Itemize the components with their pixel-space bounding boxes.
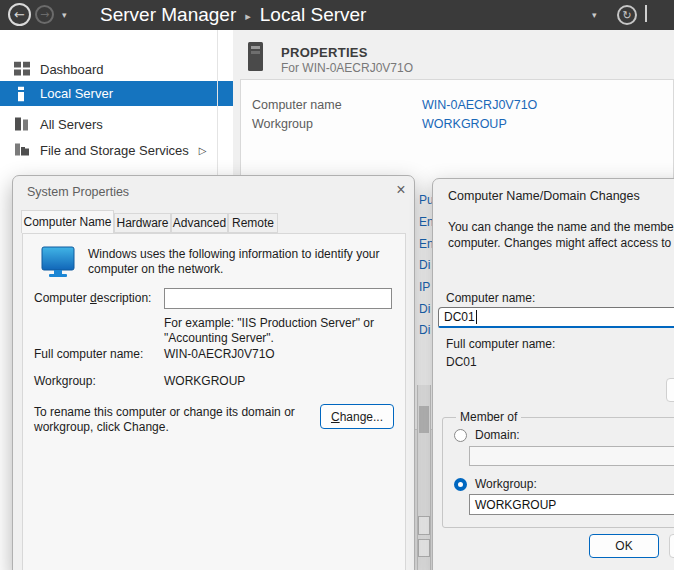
intro-text: Windows uses the following information t…	[88, 247, 393, 277]
back-arrow-icon: ←	[14, 7, 25, 22]
refresh-button[interactable]: ↻	[617, 5, 637, 25]
servers-icon	[14, 117, 30, 132]
tab-advanced[interactable]: Advanced	[171, 213, 228, 233]
dialog-body-text: You can change the name and the membersh…	[448, 219, 674, 251]
workgroup-input[interactable]: WORKGROUP	[469, 494, 674, 515]
properties-heading: PROPERTIES	[281, 45, 368, 60]
text-cursor	[476, 310, 477, 324]
breadcrumb-section[interactable]: Local Server	[260, 4, 367, 26]
member-of-group: Member of Domain: Workgroup: WORKGROUP	[442, 417, 674, 528]
back-button[interactable]: ←	[8, 3, 31, 26]
sidebar-item-dashboard[interactable]: Dashboard	[0, 57, 233, 81]
background-scrollbar	[417, 385, 431, 570]
ok-button[interactable]: OK	[589, 534, 659, 558]
breadcrumb: Server Manager ▸ Local Server	[100, 0, 366, 30]
domain-radio[interactable]	[454, 429, 467, 442]
properties-subheading: For WIN-0AECRJ0V71O	[281, 61, 413, 75]
more-button[interactable]: More...	[666, 378, 674, 402]
member-of-legend: Member of	[456, 410, 521, 424]
computer-monitor-icon	[40, 246, 80, 280]
workgroup-label: Workgroup:	[34, 374, 96, 388]
workgroup-radio-label: Workgroup:	[475, 477, 537, 491]
tab-page: Windows uses the following information t…	[22, 233, 406, 570]
clipped-box-fragment	[418, 516, 430, 535]
computer-description-input[interactable]	[164, 288, 392, 309]
file-storage-icon	[14, 143, 30, 158]
full-computer-name-label: Full computer name:	[446, 337, 555, 351]
tab-remote[interactable]: Remote	[228, 213, 278, 233]
rename-hint-text: To rename this computer or change its do…	[34, 405, 309, 435]
nav-history-caret-icon[interactable]: ▾	[62, 10, 67, 20]
forward-button[interactable]: →	[35, 5, 54, 24]
clipped-box-fragment	[418, 539, 430, 557]
workgroup-value: WORKGROUP	[164, 374, 245, 388]
chevron-right-icon[interactable]: ▷	[199, 145, 207, 156]
server-icon	[14, 86, 30, 101]
property-value-link[interactable]: WORKGROUP	[422, 117, 507, 131]
sidebar-item-label: File and Storage Services	[40, 143, 189, 158]
cancel-button[interactable]: Cancel	[669, 534, 674, 558]
sidebar-item-label: Dashboard	[40, 62, 104, 77]
tab-computer-name[interactable]: Computer Name	[21, 210, 114, 233]
computer-name-input[interactable]: DC01	[438, 307, 674, 328]
full-computer-name-label: Full computer name:	[34, 347, 143, 361]
breadcrumb-separator-icon: ▸	[245, 8, 251, 23]
domain-input[interactable]	[469, 446, 674, 466]
system-properties-dialog: System Properties × Computer Name Hardwa…	[12, 175, 415, 570]
notifications-caret-icon[interactable]: ▾	[592, 10, 597, 20]
workgroup-radio[interactable]	[454, 478, 467, 491]
domain-changes-dialog: Computer Name/Domain Changes You can cha…	[432, 178, 674, 570]
sidebar-item-all-servers[interactable]: All Servers	[0, 112, 233, 136]
computer-description-label: Computer description:	[34, 291, 151, 305]
refresh-icon: ↻	[622, 9, 631, 22]
property-label: Workgroup	[252, 117, 313, 131]
screen: ← → ▾ Server Manager ▸ Local Server ▾ ↻ …	[0, 0, 674, 570]
clipped-value-fragment: Di	[419, 302, 430, 316]
breadcrumb-app-title[interactable]: Server Manager	[100, 4, 236, 26]
sidebar-item-local-server[interactable]: Local Server	[0, 81, 233, 106]
change-button[interactable]: Change...	[320, 404, 394, 429]
clipped-value-fragment: IP	[419, 280, 430, 294]
dialog-title: System Properties	[27, 185, 129, 199]
dialog-title: Computer Name/Domain Changes	[448, 189, 640, 203]
sidebar-item-file-storage-services[interactable]: File and Storage Services ▷	[0, 138, 233, 162]
property-value-link[interactable]: WIN-0AECRJ0V71O	[422, 98, 537, 112]
tab-hardware[interactable]: Hardware	[114, 213, 171, 233]
computer-name-label: Computer name:	[446, 291, 535, 305]
domain-radio-label: Domain:	[475, 428, 520, 442]
clipped-value-fragment: Di	[419, 258, 430, 272]
close-icon[interactable]: ×	[391, 180, 411, 200]
sidebar-divider	[217, 30, 218, 175]
forward-arrow-icon: →	[40, 8, 49, 21]
clipped-value-fragment: Di	[419, 323, 430, 337]
flag-icon[interactable]	[645, 5, 647, 22]
properties-server-icon	[248, 42, 264, 72]
full-computer-name-value: DC01	[446, 355, 477, 369]
sidebar-item-label: Local Server	[40, 86, 113, 101]
full-computer-name-value: WIN-0AECRJ0V71O	[164, 347, 275, 361]
example-text: For example: "IIS Production Server" or …	[164, 316, 404, 346]
topbar: ← → ▾ Server Manager ▸ Local Server ▾ ↻	[0, 0, 674, 30]
property-label: Computer name	[252, 98, 342, 112]
sidebar-item-label: All Servers	[40, 117, 103, 132]
dashboard-icon	[14, 62, 30, 77]
scrollbar-thumb[interactable]	[419, 406, 429, 433]
